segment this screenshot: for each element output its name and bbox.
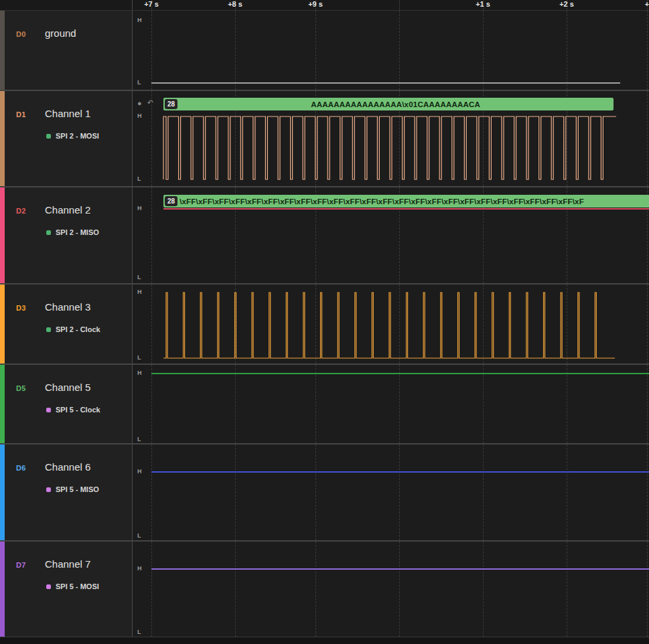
analyzer-dot-icon bbox=[46, 487, 51, 492]
low-level-label: L bbox=[137, 274, 141, 281]
timeline-tick-label: + bbox=[645, 0, 649, 8]
undo-arrow-icon[interactable]: ↶ bbox=[147, 98, 153, 107]
analyzer-label: SPI 5 - Clock bbox=[56, 406, 100, 414]
low-level-label: L bbox=[137, 532, 141, 540]
analyzer-dot-icon bbox=[46, 408, 51, 412]
waveform-area-d0[interactable]: H L bbox=[132, 11, 649, 90]
channel-id-label: D1 bbox=[16, 110, 26, 118]
waveform-area-d1[interactable]: ● ↶ 28 AAAAAAAAAAAAAAAA\x01CAAAAAAAACA H… bbox=[132, 91, 649, 186]
waveform-area-d7[interactable]: H L bbox=[132, 542, 649, 637]
channel-row-d7: D7 Channel 7 SPI 5 - MOSI H L bbox=[0, 540, 649, 637]
channel-name: ground bbox=[45, 27, 76, 39]
channel-row-d3: D3 Channel 3 SPI 2 - Clock H L bbox=[0, 283, 649, 364]
high-level-label: H bbox=[137, 205, 142, 212]
analyzer-chip[interactable]: SPI 5 - MOSI bbox=[46, 582, 99, 590]
channel-accent-strip bbox=[0, 542, 5, 637]
digital-waveform bbox=[133, 542, 649, 637]
annotation-decoded-text: AAAAAAAAAAAAAAAA\x01CAAAAAAAACA bbox=[177, 100, 614, 108]
analyzer-dot-icon bbox=[46, 584, 51, 589]
channel-name: Channel 7 bbox=[45, 558, 90, 570]
analyzer-label: SPI 2 - MOSI bbox=[56, 132, 99, 140]
channel-name: Channel 5 bbox=[45, 382, 90, 393]
channel-id-label: D3 bbox=[16, 304, 26, 312]
annotation-byte-count-badge: 28 bbox=[165, 196, 177, 206]
low-level-label: L bbox=[137, 79, 141, 86]
channel-name: Channel 2 bbox=[45, 204, 90, 216]
digital-waveform bbox=[133, 365, 649, 443]
digital-waveform bbox=[133, 445, 649, 540]
waveform-area-d3[interactable]: H L bbox=[132, 285, 649, 364]
marker-dot-icon[interactable]: ● bbox=[137, 99, 142, 107]
digital-waveform bbox=[133, 285, 649, 364]
channel-row-d0: D0 ground H L bbox=[0, 10, 649, 90]
high-level-label: H bbox=[137, 565, 142, 572]
analyzer-label: SPI 5 - MOSI bbox=[56, 582, 99, 590]
channel-header-d0[interactable]: D0 ground bbox=[0, 11, 132, 90]
channel-id-label: D0 bbox=[16, 30, 26, 38]
channel-accent-strip bbox=[0, 365, 5, 443]
analyzer-chip[interactable]: SPI 2 - Clock bbox=[46, 325, 100, 333]
timeline-tick-label: +8 s bbox=[228, 0, 242, 8]
channel-id-label: D7 bbox=[16, 561, 26, 569]
channel-row-d1: D1 Channel 1 SPI 2 - MOSI ● ↶ 28 AAAAAAA… bbox=[0, 90, 649, 186]
channel-accent-strip bbox=[0, 11, 5, 90]
annotation-tools: ● ↶ bbox=[137, 98, 153, 107]
spi-decode-annotation[interactable]: 28 AAAAAAAAAAAAAAAA\x01CAAAAAAAACA bbox=[163, 98, 614, 110]
high-level-label: H bbox=[137, 370, 142, 377]
waveform-area-d2[interactable]: 28 \xFF\xFF\xFF\xFF\xFF\xFF\xFF\xFF\xFF\… bbox=[132, 187, 649, 283]
channel-header-d6[interactable]: D6 Channel 6 SPI 5 - MISO bbox=[0, 445, 132, 540]
annotation-decoded-text: \xFF\xFF\xFF\xFF\xFF\xFF\xFF\xFF\xFF\xFF… bbox=[179, 197, 649, 206]
channel-header-d1[interactable]: D1 Channel 1 SPI 2 - MOSI bbox=[0, 91, 132, 186]
timeline-tick-label: +7 s bbox=[144, 0, 159, 8]
analyzer-chip[interactable]: SPI 2 - MOSI bbox=[46, 132, 99, 140]
analyzer-dot-icon bbox=[46, 230, 51, 235]
channel-header-d3[interactable]: D3 Channel 3 SPI 2 - Clock bbox=[0, 285, 132, 364]
timeline-ruler-track[interactable]: +7 s+8 s+9 s+1 s+2 s+ bbox=[132, 0, 649, 10]
analyzer-label: SPI 5 - MISO bbox=[56, 485, 99, 493]
timeline-tick-label: +9 s bbox=[308, 0, 323, 8]
waveform-area-d6[interactable]: H L bbox=[132, 445, 649, 540]
analyzer-label: SPI 2 - MISO bbox=[56, 228, 99, 236]
channel-accent-strip bbox=[0, 445, 5, 540]
channel-accent-strip bbox=[0, 187, 5, 283]
channel-row-d5: D5 Channel 5 SPI 5 - Clock H L bbox=[0, 364, 649, 443]
channel-accent-strip bbox=[0, 285, 5, 364]
low-level-label: L bbox=[137, 354, 141, 361]
timeline-ruler: +7 s+8 s+9 s+1 s+2 s+ bbox=[0, 0, 649, 10]
channel-accent-strip bbox=[0, 91, 5, 186]
channel-name: Channel 3 bbox=[45, 301, 90, 313]
time-gridline bbox=[399, 0, 400, 10]
spi-decode-annotation[interactable]: 28 \xFF\xFF\xFF\xFF\xFF\xFF\xFF\xFF\xFF\… bbox=[163, 195, 649, 208]
annotation-byte-count-badge: 28 bbox=[165, 99, 177, 109]
analyzer-dot-icon bbox=[46, 134, 51, 139]
analyzer-label: SPI 2 - Clock bbox=[56, 325, 100, 333]
channel-id-label: D2 bbox=[16, 207, 26, 215]
channel-header-d2[interactable]: D2 Channel 2 SPI 2 - MISO bbox=[0, 187, 132, 283]
channel-id-label: D5 bbox=[16, 384, 26, 392]
channel-name: Channel 6 bbox=[45, 461, 90, 473]
channel-id-label: D6 bbox=[16, 464, 26, 472]
high-level-label: H bbox=[137, 468, 142, 475]
channel-header-d5[interactable]: D5 Channel 5 SPI 5 - Clock bbox=[0, 365, 132, 443]
high-level-label: H bbox=[137, 17, 142, 24]
low-level-label: L bbox=[137, 175, 141, 183]
analyzer-chip[interactable]: SPI 5 - Clock bbox=[46, 406, 100, 414]
high-level-label: H bbox=[137, 112, 142, 120]
analyzer-chip[interactable]: SPI 5 - MISO bbox=[46, 485, 99, 493]
analyzer-chip[interactable]: SPI 2 - MISO bbox=[46, 228, 99, 236]
analyzer-dot-icon bbox=[46, 327, 51, 332]
low-level-label: L bbox=[137, 436, 141, 443]
logic-analyzer-app: +7 s+8 s+9 s+1 s+2 s+ D0 ground H L D1 C… bbox=[0, 0, 649, 644]
channel-row-d2: D2 Channel 2 SPI 2 - MISO 28 \xFF\xFF\xF… bbox=[0, 186, 649, 283]
horizontal-scrollbar-area[interactable] bbox=[0, 637, 649, 644]
channel-name: Channel 1 bbox=[45, 108, 90, 119]
channel-row-d6: D6 Channel 6 SPI 5 - MISO H L bbox=[0, 443, 649, 540]
digital-waveform bbox=[133, 11, 649, 90]
timeline-tick-label: +1 s bbox=[476, 0, 490, 8]
timeline-tick-label: +2 s bbox=[559, 0, 574, 8]
high-level-label: H bbox=[137, 289, 142, 296]
ruler-corner bbox=[0, 0, 132, 10]
low-level-label: L bbox=[137, 629, 141, 636]
channel-header-d7[interactable]: D7 Channel 7 SPI 5 - MOSI bbox=[0, 542, 132, 637]
waveform-area-d5[interactable]: H L bbox=[132, 365, 649, 443]
